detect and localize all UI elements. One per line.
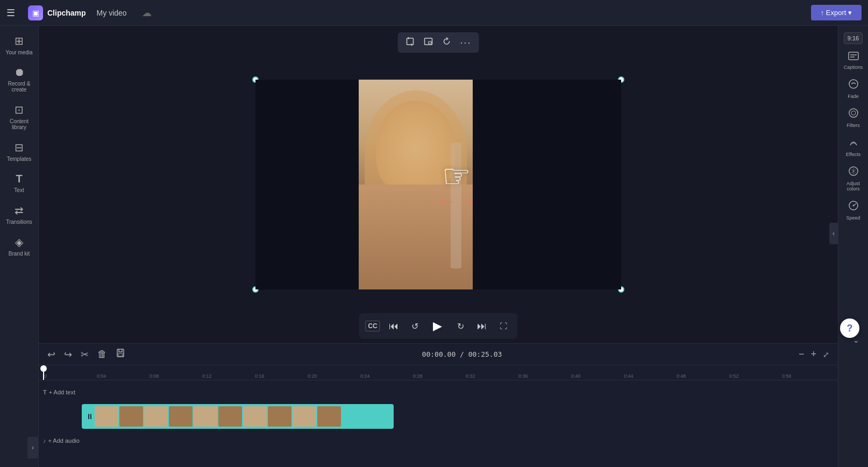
fit-timeline-button[interactable]: ⤢ [821, 348, 831, 361]
svg-rect-7 [849, 52, 858, 60]
adjust-colors-label: Adjust colors [842, 181, 865, 192]
delete-button[interactable]: 🗑 [95, 346, 109, 362]
undo-button[interactable]: ↩ [45, 346, 58, 363]
add-text-button[interactable]: + Add text [49, 389, 75, 395]
sidebar-label-your-media: Your media [5, 49, 32, 55]
filters-panel-item[interactable]: Filters [839, 104, 867, 131]
fade-panel-item[interactable]: Fade [839, 75, 867, 102]
ruler-mark: 0:48 [675, 365, 728, 380]
hamburger-button[interactable]: ☰ [6, 7, 15, 19]
rewind-button[interactable]: ↺ [407, 318, 423, 335]
captions-icon [848, 52, 859, 63]
ruler-mark: 0:36 [517, 365, 570, 380]
text-track-row: T + Add text [39, 383, 838, 402]
speed-icon [848, 200, 859, 214]
audio-track-icon: ♪ [43, 437, 46, 444]
redo-button[interactable]: ↪ [62, 346, 74, 363]
bokeh-object [451, 143, 461, 268]
captions-panel-item[interactable]: Captions [839, 48, 867, 73]
help-button[interactable]: ? [840, 319, 859, 338]
topbar-right: ↑ Export ▾ [811, 5, 862, 20]
fullscreen-button[interactable]: ⛶ [495, 319, 511, 334]
zoom-controls: − + ⤢ [796, 346, 831, 362]
clip-pause-icon: ⏸ [86, 412, 94, 421]
frame-thumb [144, 406, 168, 427]
sidebar-item-your-media[interactable]: ⊞ Your media [2, 30, 37, 60]
topbar: ☰ ▣ Clipchamp My video ☁ ↑ Export ▾ [0, 0, 868, 26]
cloud-sync-icon: ☁ [142, 7, 152, 19]
adjust-colors-icon [848, 166, 859, 179]
templates-icon: ⊟ [15, 141, 24, 154]
sidebar-label-record-create: Record & create [4, 81, 34, 93]
fast-forward-button[interactable]: ↻ [453, 318, 468, 335]
go-to-start-button[interactable]: ⏮ [385, 317, 403, 335]
timeline-ruler: 0 0:04 0:08 0:12 0:16 0:20 0:24 0:28 0:3… [39, 365, 838, 380]
total-time: 00:25.03 [468, 350, 502, 358]
panel-chevron-down[interactable]: ⌄ [853, 336, 859, 344]
playhead[interactable] [43, 365, 44, 380]
right-panel: 9:16 Captions Fade [838, 26, 868, 467]
sidebar-item-brand-kit[interactable]: ◈ Brand kit [2, 231, 37, 261]
adjust-colors-panel-item[interactable]: Adjust colors [839, 162, 867, 195]
ruler-mark: 0:28 [412, 365, 465, 380]
frame-thumb [293, 406, 316, 427]
text-track-label: T + Add text [43, 389, 86, 395]
svg-point-12 [851, 111, 856, 115]
app-name: Clipchamp [47, 9, 86, 17]
sidebar-item-text[interactable]: T Text [2, 168, 37, 197]
sidebar-item-transitions[interactable]: ⇄ Transitions [2, 200, 37, 229]
speed-panel-item[interactable]: Speed [839, 197, 867, 224]
captions-toggle-button[interactable]: CC [365, 321, 380, 331]
frame-thumb [119, 406, 143, 427]
rotate-button[interactable] [438, 34, 454, 51]
ruler-mark: 0:24 [359, 365, 412, 380]
ruler-mark: 0:40 [570, 365, 623, 380]
sidebar-collapse-button[interactable]: › [27, 437, 38, 458]
sidebar: ⊞ Your media ⏺ Record & create ⊡ Content… [0, 26, 39, 467]
video-toolbar: ··· [397, 32, 479, 53]
filters-icon [848, 108, 859, 121]
video-preview-area: ··· [39, 26, 838, 343]
sidebar-item-templates[interactable]: ⊟ Templates [2, 137, 37, 166]
brand-kit-icon: ◈ [15, 236, 23, 249]
timeline-area: ↩ ↪ ✂ 🗑 00:00.00 / 00:25.03 − [39, 343, 838, 467]
timeline-tracks: T + Add text ⏸ [39, 380, 838, 467]
aspect-ratio-badge[interactable]: 9:16 [844, 32, 863, 44]
export-button[interactable]: ↑ Export ▾ [811, 5, 862, 20]
svg-rect-6 [118, 353, 123, 356]
frame-thumb [218, 406, 242, 427]
captions-label: Captions [844, 65, 863, 70]
sidebar-item-record-create[interactable]: ⏺ Record & create [2, 62, 37, 97]
ruler-mark: 0 [43, 365, 96, 380]
right-panel-collapse-button[interactable]: ‹ [829, 223, 838, 244]
play-pause-button[interactable]: ▶ [427, 315, 449, 337]
crop-button[interactable] [402, 34, 418, 51]
center-area: ··· [39, 26, 838, 467]
effects-label: Effects [846, 152, 860, 157]
more-options-button[interactable]: ··· [457, 35, 474, 51]
frame-thumb [268, 406, 291, 427]
ruler-mark: 0:08 [148, 365, 201, 380]
zoom-in-button[interactable]: + [808, 346, 819, 362]
topbar-left: ☰ ▣ Clipchamp My video ☁ [6, 5, 152, 20]
cut-button[interactable]: ✂ [79, 346, 91, 363]
audio-track-row: ♪ + Add audio [39, 431, 838, 450]
video-title[interactable]: My video [93, 8, 131, 18]
app-logo: ▣ Clipchamp [28, 5, 86, 20]
svg-rect-0 [407, 38, 413, 45]
pip-button[interactable] [420, 34, 436, 51]
ruler-mark: 0:52 [728, 365, 781, 380]
logo-icon: ▣ [28, 5, 43, 20]
save-button[interactable] [113, 346, 127, 363]
sidebar-item-content-library[interactable]: ⊡ Content library [2, 99, 37, 135]
zoom-out-button[interactable]: − [796, 346, 807, 362]
video-track-row: ⏸ [39, 402, 838, 431]
go-to-end-button[interactable]: ⏭ [473, 317, 491, 335]
add-audio-button[interactable]: + Add audio [48, 437, 80, 444]
ruler-marks: 0 0:04 0:08 0:12 0:16 0:20 0:24 0:28 0:3… [43, 365, 834, 380]
ruler-mark: 0:04 [96, 365, 148, 380]
sidebar-label-text: Text [14, 187, 24, 193]
video-clip-item[interactable]: ⏸ [82, 404, 394, 429]
frame-thumb [95, 406, 118, 427]
effects-panel-item[interactable]: Effects [839, 133, 867, 160]
